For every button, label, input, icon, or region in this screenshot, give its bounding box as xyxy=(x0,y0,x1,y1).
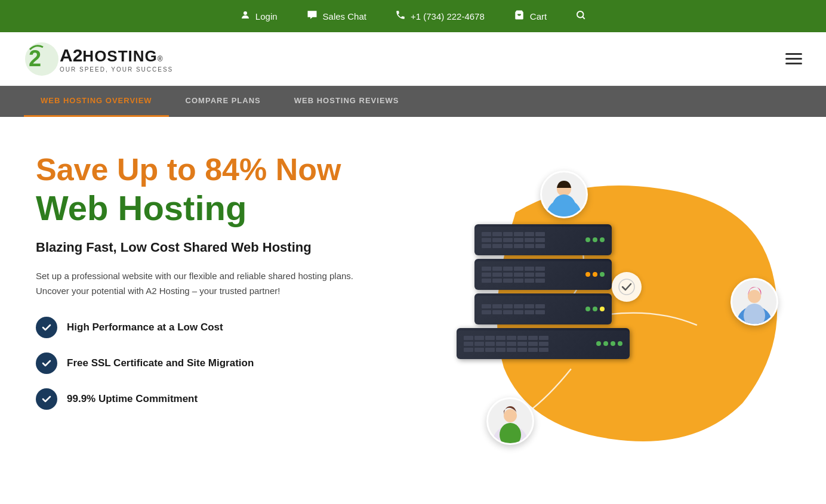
sub-nav: WEB HOSTING OVERVIEW COMPARE PLANS WEB H… xyxy=(0,86,826,117)
check-icon-2 xyxy=(36,353,57,374)
check-badge xyxy=(612,272,642,302)
top-bar: Login Sales Chat +1 (734) 222-4678 Cart xyxy=(0,0,826,32)
feature-list: High Performance at a Low Cost Free SSL … xyxy=(36,317,451,410)
user-icon xyxy=(240,10,251,23)
nav-web-hosting-reviews[interactable]: WEB HOSTING REVIEWS xyxy=(278,86,416,117)
header: 2 A2 HOSTING ® OUR SPEED, YOUR SUCCESS xyxy=(0,32,826,86)
chat-icon xyxy=(306,10,318,23)
svg-point-5 xyxy=(619,279,634,295)
server-unit-4 xyxy=(457,328,630,359)
cart-link[interactable]: Cart xyxy=(513,10,547,23)
svg-point-14 xyxy=(500,423,521,443)
logo-icon: 2 xyxy=(24,41,60,77)
phone-icon xyxy=(395,10,406,23)
nav-compare-plans[interactable]: COMPARE PLANS xyxy=(169,86,278,117)
feature-item-2: Free SSL Certificate and Site Migration xyxy=(36,353,451,374)
nav-web-hosting-overview[interactable]: WEB HOSTING OVERVIEW xyxy=(24,86,169,117)
feature-text-3: 99.9% Uptime Commitment xyxy=(67,393,198,405)
check-icon-3 xyxy=(36,388,57,410)
svg-point-8 xyxy=(552,194,576,217)
svg-point-13 xyxy=(504,409,517,422)
feature-item-1: High Performance at a Low Cost xyxy=(36,317,451,338)
feature-item-3: 99.9% Uptime Commitment xyxy=(36,388,451,410)
hero-subtitle: Blazing Fast, Low Cost Shared Web Hostin… xyxy=(36,239,451,256)
server-stack xyxy=(474,224,630,359)
search-link[interactable] xyxy=(575,10,586,23)
svg-point-1 xyxy=(577,11,584,18)
login-link[interactable]: Login xyxy=(240,10,278,23)
avatar-man xyxy=(540,171,588,218)
logo-a2: A2 xyxy=(60,45,82,65)
logo-tagline: OUR SPEED, YOUR SUCCESS xyxy=(60,66,173,73)
cart-label: Cart xyxy=(530,11,547,21)
server-unit-1 xyxy=(474,224,612,255)
avatar-woman-pink xyxy=(731,278,778,326)
feature-text-1: High Performance at a Low Cost xyxy=(67,321,223,333)
check-icon-1 xyxy=(36,317,57,338)
phone-label: +1 (734) 222-4678 xyxy=(411,11,485,21)
svg-point-10 xyxy=(748,290,761,303)
hero-title-savings: Save Up to 84% Now xyxy=(36,153,451,187)
avatar-woman-green xyxy=(486,397,534,445)
server-unit-3 xyxy=(474,293,612,324)
glow-circle xyxy=(731,194,742,206)
logo-text: A2 HOSTING ® OUR SPEED, YOUR SUCCESS xyxy=(60,45,173,73)
hero-section: Save Up to 84% Now Web Hosting Blazing F… xyxy=(0,117,826,493)
svg-point-0 xyxy=(244,11,247,15)
hero-title-product: Web Hosting xyxy=(36,189,451,227)
hamburger-menu[interactable] xyxy=(785,53,802,64)
logo-hosting-text: HOSTING xyxy=(82,48,157,65)
login-label: Login xyxy=(255,11,278,21)
logo-registered: ® xyxy=(158,55,163,63)
feature-text-2: Free SSL Certificate and Site Migration xyxy=(67,357,254,369)
chat-label: Sales Chat xyxy=(323,11,366,21)
logo[interactable]: 2 A2 HOSTING ® OUR SPEED, YOUR SUCCESS xyxy=(24,41,173,77)
hero-description: Set up a professional website with our f… xyxy=(36,268,370,299)
search-icon xyxy=(575,10,586,23)
svg-point-11 xyxy=(744,304,765,324)
cart-icon xyxy=(513,10,525,23)
sales-chat-link[interactable]: Sales Chat xyxy=(306,10,366,23)
svg-line-2 xyxy=(583,17,585,18)
hero-content: Save Up to 84% Now Web Hosting Blazing F… xyxy=(36,147,451,410)
hero-illustration xyxy=(451,147,790,493)
phone-link[interactable]: +1 (734) 222-4678 xyxy=(395,10,485,23)
server-unit-2 xyxy=(474,259,612,290)
